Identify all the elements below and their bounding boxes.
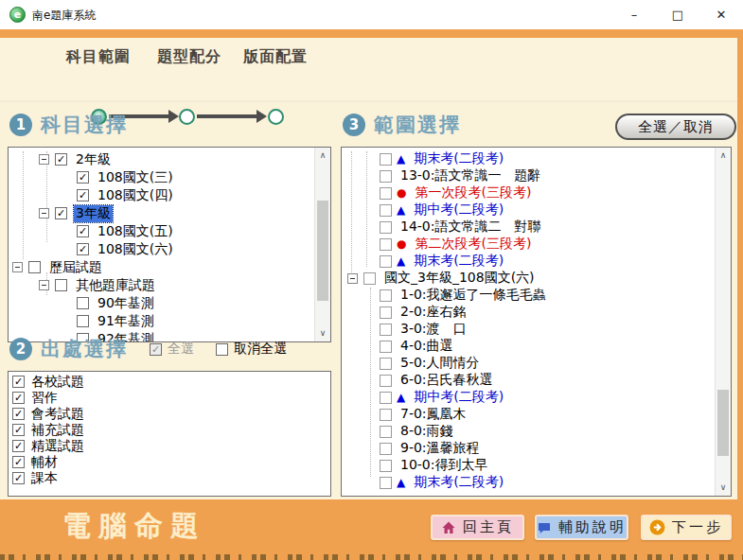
tree-item-label[interactable]: 期末考(二段考) — [412, 150, 505, 167]
scroll-down-icon[interactable]: ∨ — [315, 325, 330, 341]
tree-item-label[interactable]: 課本 — [29, 470, 60, 487]
checkbox[interactable] — [380, 324, 392, 336]
checkbox[interactable] — [77, 189, 89, 201]
tree-item-label[interactable]: 各校試題 — [29, 374, 86, 391]
tree-item[interactable]: ▲期中考(二段考) — [342, 201, 715, 219]
tree-item-label[interactable]: 精選試題 — [29, 438, 86, 455]
checkbox[interactable] — [380, 341, 392, 353]
tree-item[interactable]: ▲期末考(二段考) — [342, 474, 715, 491]
scroll-down-icon[interactable]: ∨ — [716, 480, 731, 496]
tree-item[interactable]: 108國文(六) — [9, 240, 314, 258]
tree-item-label[interactable]: 108國文(三) — [96, 169, 175, 186]
tree-item[interactable]: 7-0:鳳凰木 — [342, 406, 715, 423]
tree-item-label[interactable]: 國文_3年級_108國文(六) — [382, 270, 537, 287]
checkbox[interactable] — [380, 221, 392, 234]
checkbox[interactable] — [380, 443, 392, 455]
tree-item-label[interactable]: 期中考(二段考) — [412, 389, 505, 406]
tree-item-label[interactable]: 4-0:曲選 — [398, 338, 455, 355]
tree-item-label[interactable]: 90年基測 — [96, 295, 156, 312]
tree-item-label[interactable]: 7-0:鳳凰木 — [398, 406, 469, 423]
tree-item[interactable]: 14-0:語文常識二 對聯 — [342, 219, 715, 236]
tree-item-label[interactable]: 9-0:溫馨旅程 — [398, 440, 482, 457]
tree-item-label[interactable]: 91年基測 — [96, 313, 156, 330]
checkbox[interactable] — [77, 243, 89, 255]
tree-item[interactable]: 108國文(四) — [9, 186, 314, 204]
tree-item-label[interactable]: 14-0:語文常識二 對聯 — [398, 219, 543, 236]
minimize-button[interactable]: – — [612, 0, 656, 29]
tree-item-label[interactable]: 8-0:雨錢 — [398, 423, 455, 440]
tree-item-label[interactable]: 108國文(五) — [96, 223, 175, 240]
collapse-minus-icon[interactable] — [12, 262, 23, 272]
checkbox[interactable] — [55, 279, 67, 291]
tree-item[interactable]: 2年級 — [9, 150, 314, 168]
scroll-up-icon[interactable]: ∧ — [315, 148, 330, 164]
checkbox[interactable] — [380, 358, 392, 370]
tree-item-label[interactable]: 期末考(二段考) — [412, 253, 505, 270]
close-button[interactable]: ✕ — [699, 0, 743, 29]
tree-item-label[interactable]: 2年級 — [74, 151, 113, 168]
checkbox[interactable] — [380, 477, 392, 489]
scrollbar-thumb[interactable] — [717, 390, 729, 456]
tree-item[interactable]: 課本 — [9, 470, 330, 486]
tree-item[interactable]: 90年基測 — [9, 294, 314, 312]
tree-item-label[interactable]: 期末考(二段考) — [412, 474, 505, 491]
collapse-minus-icon[interactable] — [39, 208, 49, 219]
checkbox[interactable] — [380, 153, 392, 166]
tree-item-label[interactable]: 3-0:渡 口 — [398, 321, 469, 338]
tree-item[interactable]: 108國文(五) — [9, 222, 314, 240]
tree-item-label[interactable]: 108國文(六) — [96, 241, 175, 258]
tree-item[interactable]: ▲期末考(二段考) — [342, 150, 715, 167]
checkbox[interactable] — [55, 207, 67, 219]
checkbox[interactable] — [380, 409, 392, 421]
tree-item-label[interactable]: 會考試題 — [29, 406, 86, 423]
tree-item-label[interactable]: 第二次段考(三段考) — [413, 236, 533, 253]
checkbox[interactable] — [380, 255, 392, 268]
checkbox[interactable] — [380, 289, 392, 302]
checkbox[interactable] — [12, 472, 25, 484]
tree-item-label[interactable]: 輔材 — [29, 454, 60, 471]
tree-item[interactable]: 會考試題 — [9, 406, 330, 422]
checkbox[interactable] — [77, 315, 89, 327]
collapse-minus-icon[interactable] — [39, 280, 49, 290]
tree-item[interactable]: 3-0:渡 口 — [342, 321, 715, 338]
checkbox[interactable] — [77, 225, 89, 237]
checkbox[interactable] — [12, 424, 25, 436]
tree-item-label[interactable]: 其他題庫試題 — [74, 277, 157, 294]
tree-item[interactable]: 9-0:溫馨旅程 — [342, 440, 715, 457]
tree-item-label[interactable]: 補充試題 — [29, 422, 86, 439]
tree-item-label[interactable]: 108國文(四) — [96, 187, 175, 204]
tree-item-label[interactable]: 10-0:得到太早 — [398, 457, 490, 474]
checkbox[interactable] — [380, 426, 392, 438]
help-button[interactable]: 輔助說明 — [535, 515, 628, 540]
tree-item-label[interactable]: 2-0:座右銘 — [398, 304, 469, 321]
tree-item[interactable]: 8-0:雨錢 — [342, 423, 715, 440]
tree-item[interactable]: ●第一次段考(三段考) — [342, 184, 715, 201]
tree-item[interactable]: 精選試題 — [9, 438, 330, 454]
maximize-button[interactable]: □ — [656, 0, 699, 29]
checkbox[interactable] — [12, 408, 25, 420]
home-button[interactable]: 回主頁 — [431, 515, 524, 540]
tree-item[interactable]: ▲期末考(二段考) — [342, 253, 715, 270]
collapse-minus-icon[interactable] — [347, 273, 358, 284]
tree-item-label[interactable]: 第一次段考(三段考) — [413, 184, 533, 201]
tree-item[interactable]: 歷屆試題 — [9, 258, 314, 276]
checkbox[interactable] — [363, 272, 376, 285]
tree-item[interactable]: 10-0:得到太早 — [342, 457, 715, 474]
tree-item[interactable]: 國文_3年級_108國文(六) — [342, 270, 715, 287]
deselect-all-checkbox[interactable]: 取消全選 — [216, 341, 287, 358]
checkbox[interactable] — [380, 460, 392, 472]
tree-item[interactable]: ▲期中考(二段考) — [342, 389, 715, 406]
checkbox[interactable] — [12, 456, 25, 468]
checkbox[interactable] — [380, 306, 392, 319]
tree-item-label[interactable]: 期中考(二段考) — [412, 201, 505, 219]
checkbox[interactable] — [380, 375, 392, 387]
tree-item[interactable]: 108國文(三) — [9, 168, 314, 186]
range-scrollbar[interactable]: ∧ ∨ — [715, 148, 731, 496]
tree-item-label[interactable]: 6-0:呂氏春秋選 — [398, 372, 495, 389]
tree-item[interactable]: 13-0:語文常識一 題辭 — [342, 167, 715, 184]
tree-item-label[interactable]: 習作 — [29, 390, 60, 407]
checkbox[interactable] — [380, 187, 392, 200]
tree-item[interactable]: 5-0:人間情分 — [342, 355, 715, 372]
checkbox[interactable] — [150, 343, 162, 356]
tree-item[interactable]: ●第二次段考(三段考) — [342, 236, 715, 253]
